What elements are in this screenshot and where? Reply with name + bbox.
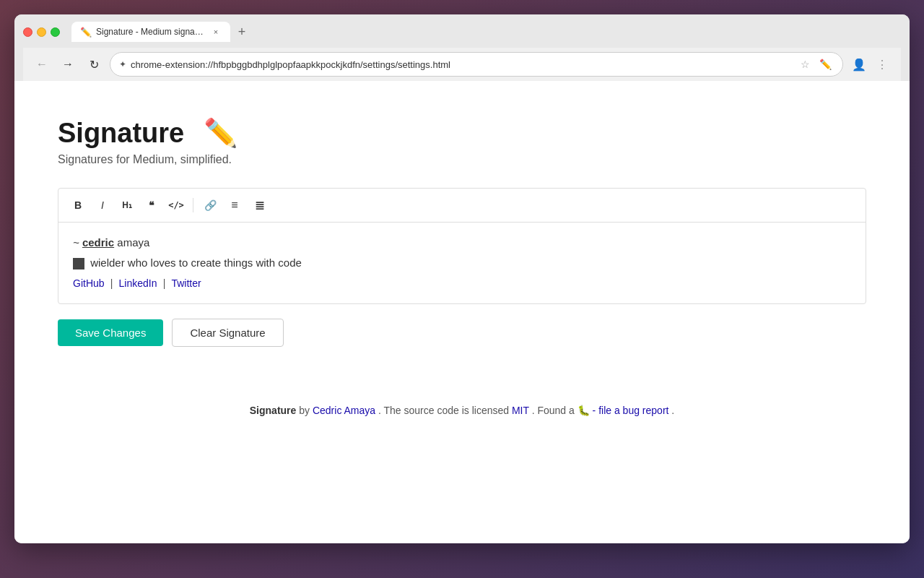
link-button[interactable]: 🔗 xyxy=(199,194,221,216)
active-tab[interactable]: ✏️ Signature - Medium signatures × xyxy=(71,22,230,42)
editor-container: B I H₁ ❝ </> 🔗 ≡ ≣ ~ cedric amaya wielde… xyxy=(58,188,866,304)
refresh-button[interactable]: ↻ xyxy=(84,54,104,74)
footer-brand: Signature xyxy=(250,405,297,416)
extension-icon[interactable]: ✏️ xyxy=(816,56,834,73)
twitter-link[interactable]: Twitter xyxy=(171,277,201,289)
footer-bug-link[interactable]: - file a bug report xyxy=(593,405,669,416)
address-actions: ☆ ✏️ xyxy=(796,56,834,73)
tab-icon: ✏️ xyxy=(80,27,92,38)
unordered-list-button[interactable]: ≡ xyxy=(224,194,245,216)
page-title: Signature ✏️ xyxy=(58,117,866,149)
footer-author-link[interactable]: Cedric Amaya xyxy=(313,405,375,416)
nav-bar: ← → ↻ ✦ chrome-extension://hfbpbggbdhplg… xyxy=(23,48,901,81)
h1-button[interactable]: H₁ xyxy=(116,194,138,216)
toolbar: B I H₁ ❝ </> 🔗 ≡ ≣ xyxy=(58,189,866,223)
sig-lastname: amaya xyxy=(114,236,149,249)
sig-name: cedric xyxy=(82,236,114,249)
browser-titlebar: ✏️ Signature - Medium signatures × + ← →… xyxy=(14,14,910,81)
bold-button[interactable]: B xyxy=(67,194,89,216)
address-icon: ✦ xyxy=(119,59,126,69)
tab-close-icon[interactable]: × xyxy=(210,26,222,38)
star-icon[interactable]: ☆ xyxy=(796,56,814,73)
page-footer: Signature by Cedric Amaya . The source c… xyxy=(58,405,866,416)
footer-license-link[interactable]: MIT xyxy=(512,405,529,416)
signature-line2: wielder who loves to create things with … xyxy=(73,254,851,272)
new-tab-button[interactable]: + xyxy=(232,22,252,42)
save-changes-button[interactable]: Save Changes xyxy=(58,319,163,346)
minimize-button[interactable] xyxy=(37,27,46,37)
footer-license-text: . The source code is licensed xyxy=(378,405,512,416)
editor-body[interactable]: ~ cedric amaya wielder who loves to crea… xyxy=(58,223,866,303)
page-subtitle: Signatures for Medium, simplified. xyxy=(58,153,866,166)
back-button[interactable]: ← xyxy=(32,54,52,74)
forward-button[interactable]: → xyxy=(58,54,78,74)
ordered-list-button[interactable]: ≣ xyxy=(248,194,270,216)
notebook-icon xyxy=(73,258,84,269)
link-separator-2: | xyxy=(163,277,166,289)
footer-by: by xyxy=(299,405,313,416)
browser-menu: 👤 ⋮ xyxy=(849,54,892,74)
sig-tilde: ~ xyxy=(73,236,82,249)
quote-button[interactable]: ❝ xyxy=(141,194,162,216)
signature-line1: ~ cedric amaya xyxy=(73,234,851,251)
link-separator-1: | xyxy=(110,277,113,289)
action-buttons: Save Changes Clear Signature xyxy=(58,319,866,347)
profile-icon[interactable]: 👤 xyxy=(849,54,869,74)
signature-links: GitHub | LinkedIn | Twitter xyxy=(73,275,851,292)
toolbar-separator xyxy=(193,198,193,212)
clear-signature-button[interactable]: Clear Signature xyxy=(172,319,283,347)
browser-window: ✏️ Signature - Medium signatures × + ← →… xyxy=(14,14,910,543)
footer-bug-text: . Found a xyxy=(532,405,578,416)
footer-bug-emoji: 🐛 xyxy=(578,405,590,416)
address-url: chrome-extension://hfbpbggbdhplglpopfaap… xyxy=(131,59,792,70)
tab-bar: ✏️ Signature - Medium signatures × + xyxy=(71,22,901,42)
github-link[interactable]: GitHub xyxy=(73,277,105,289)
linkedin-link[interactable]: LinkedIn xyxy=(119,277,157,289)
tab-title: Signature - Medium signatures xyxy=(96,27,206,37)
page-content: Signature ✏️ Signatures for Medium, simp… xyxy=(14,81,910,543)
code-button[interactable]: </> xyxy=(165,194,187,216)
footer-end: . xyxy=(671,405,674,416)
sig-description: wielder who loves to create things with … xyxy=(90,256,302,269)
browser-controls: ✏️ Signature - Medium signatures × + xyxy=(23,22,901,42)
traffic-lights xyxy=(23,27,60,37)
maximize-button[interactable] xyxy=(51,27,60,37)
address-bar[interactable]: ✦ chrome-extension://hfbpbggbdhplglpopfa… xyxy=(110,52,843,77)
italic-button[interactable]: I xyxy=(92,194,113,216)
close-button[interactable] xyxy=(23,27,32,37)
more-menu-icon[interactable]: ⋮ xyxy=(872,54,892,74)
